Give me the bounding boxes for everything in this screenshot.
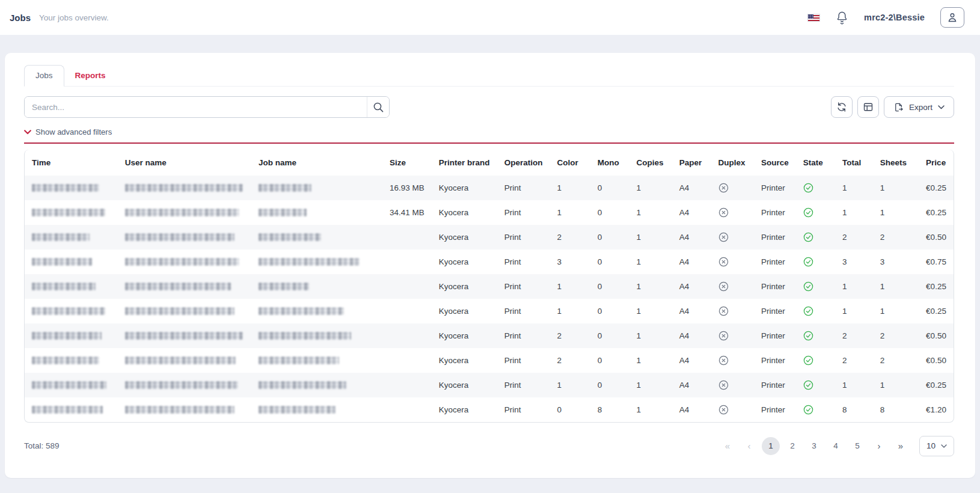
redacted-job-name bbox=[259, 283, 309, 290]
tab-reports[interactable]: Reports bbox=[64, 66, 117, 86]
search-box bbox=[24, 96, 390, 118]
total-count: Total: 589 bbox=[24, 441, 60, 450]
cell-price: €0.25 bbox=[919, 299, 954, 323]
redacted-time bbox=[32, 233, 90, 241]
table-row: Kyocera Print 1 0 1 A4 Printer bbox=[24, 373, 954, 397]
redacted-time bbox=[32, 209, 105, 216]
bell-icon[interactable] bbox=[836, 10, 848, 25]
column-settings-button[interactable] bbox=[857, 96, 879, 118]
tab-jobs[interactable]: Jobs bbox=[24, 65, 64, 87]
cell-state bbox=[796, 225, 835, 250]
cell-user-name bbox=[118, 348, 251, 373]
circle-check-icon bbox=[803, 232, 813, 242]
pagination-page-2[interactable]: 2 bbox=[783, 437, 801, 455]
circle-check-icon bbox=[803, 183, 813, 193]
circle-cross-icon bbox=[718, 380, 729, 390]
cell-color: 2 bbox=[550, 348, 590, 373]
export-button[interactable]: Export bbox=[884, 96, 954, 118]
cell-state bbox=[796, 176, 835, 200]
search-input[interactable] bbox=[25, 97, 367, 117]
pagination-prev-button[interactable]: ‹ bbox=[740, 437, 758, 455]
cell-sheets: 2 bbox=[873, 348, 919, 373]
redacted-job-name bbox=[259, 307, 344, 315]
magnifier-icon bbox=[373, 102, 384, 113]
pagination-next-button[interactable]: › bbox=[870, 437, 888, 455]
cell-duplex bbox=[711, 200, 754, 225]
column-header-mono: Mono bbox=[590, 150, 629, 176]
cell-user-name bbox=[118, 250, 251, 274]
cell-time bbox=[24, 348, 118, 373]
cell-color: 1 bbox=[550, 373, 590, 397]
cell-copies: 1 bbox=[629, 299, 672, 323]
cell-color: 2 bbox=[550, 225, 590, 250]
cell-printer-brand: Kyocera bbox=[432, 274, 497, 299]
cell-sheets: 1 bbox=[873, 176, 919, 200]
redacted-job-name bbox=[259, 258, 360, 266]
redacted-time bbox=[32, 184, 99, 192]
redacted-user-name bbox=[125, 307, 234, 315]
column-header-time: Time bbox=[24, 150, 118, 176]
redacted-job-name bbox=[259, 406, 335, 414]
cell-duplex bbox=[711, 250, 754, 274]
cell-copies: 1 bbox=[629, 225, 672, 250]
us-flag-icon[interactable] bbox=[807, 14, 820, 22]
chevron-down-icon bbox=[941, 444, 947, 448]
cell-size bbox=[382, 323, 432, 348]
cell-copies: 1 bbox=[629, 176, 672, 200]
search-button[interactable] bbox=[367, 97, 389, 117]
cell-source: Printer bbox=[754, 348, 796, 373]
circle-check-icon bbox=[803, 281, 813, 292]
cell-mono: 0 bbox=[590, 323, 629, 348]
cell-mono: 0 bbox=[590, 373, 629, 397]
refresh-button[interactable] bbox=[831, 96, 853, 118]
pagination-page-1[interactable]: 1 bbox=[762, 437, 780, 455]
cell-source: Printer bbox=[754, 176, 796, 200]
cell-time bbox=[24, 373, 118, 397]
page-size-select[interactable]: 10 bbox=[919, 436, 954, 456]
cell-job-name bbox=[251, 200, 382, 225]
redacted-time bbox=[32, 357, 99, 364]
export-document-icon bbox=[893, 102, 904, 112]
cell-color: 1 bbox=[550, 200, 590, 225]
table-row: Kyocera Print 1 0 1 A4 Printer bbox=[24, 274, 954, 299]
table-row: Kyocera Print 2 0 1 A4 Printer bbox=[24, 225, 954, 250]
circle-cross-icon bbox=[718, 257, 729, 267]
circle-check-icon bbox=[803, 331, 813, 341]
cell-paper: A4 bbox=[672, 323, 711, 348]
pagination-page-4[interactable]: 4 bbox=[827, 437, 845, 455]
redacted-user-name bbox=[125, 258, 239, 266]
cell-mono: 0 bbox=[590, 250, 629, 274]
cell-sheets: 1 bbox=[873, 299, 919, 323]
cell-mono: 0 bbox=[590, 299, 629, 323]
user-account-button[interactable] bbox=[940, 7, 964, 28]
user-icon bbox=[947, 12, 958, 23]
cell-sheets: 3 bbox=[873, 250, 919, 274]
cell-mono: 8 bbox=[590, 397, 629, 423]
cell-price: €0.25 bbox=[919, 176, 954, 200]
cell-duplex bbox=[711, 397, 754, 423]
cell-time bbox=[24, 250, 118, 274]
redacted-user-name bbox=[125, 357, 236, 364]
column-header-color: Color bbox=[550, 150, 590, 176]
circle-cross-icon bbox=[718, 331, 729, 341]
table-row: Kyocera Print 0 8 1 A4 Printer bbox=[24, 397, 954, 423]
cell-copies: 1 bbox=[629, 348, 672, 373]
cell-operation: Print bbox=[497, 250, 550, 274]
cell-color: 1 bbox=[550, 274, 590, 299]
cell-state bbox=[796, 348, 835, 373]
cell-paper: A4 bbox=[672, 200, 711, 225]
cell-total: 2 bbox=[835, 323, 873, 348]
pagination-page-5[interactable]: 5 bbox=[848, 437, 866, 455]
redacted-job-name bbox=[259, 332, 351, 340]
cell-operation: Print bbox=[497, 348, 550, 373]
cell-total: 1 bbox=[835, 274, 873, 299]
cell-price: €0.25 bbox=[919, 373, 954, 397]
cell-duplex bbox=[711, 225, 754, 250]
show-advanced-filters-toggle[interactable]: Show advanced filters bbox=[24, 127, 112, 136]
page-size-value: 10 bbox=[926, 441, 936, 450]
pagination-page-3[interactable]: 3 bbox=[805, 437, 823, 455]
page-subtitle: Your jobs overview. bbox=[39, 13, 109, 22]
pagination-first-button[interactable]: « bbox=[718, 437, 737, 455]
circle-cross-icon bbox=[718, 207, 729, 218]
pagination-last-button[interactable]: » bbox=[892, 437, 910, 455]
